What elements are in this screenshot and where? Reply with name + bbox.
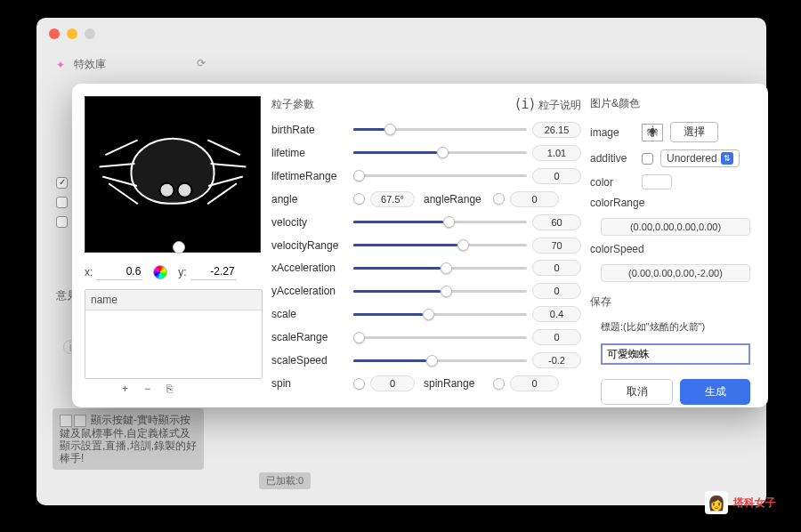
lifetimerange-value[interactable]: 0 [532,168,581,184]
checkbox-on[interactable] [56,177,68,189]
title-input[interactable] [601,343,750,365]
colorrange-value[interactable]: (0.00,0.00,0.00,0.00) [601,218,750,236]
lifetime-slider[interactable] [353,147,527,159]
velocityrange-value[interactable]: 70 [532,238,581,254]
copy-button[interactable]: ⎘ [166,383,173,395]
lifetimerange-slider[interactable] [353,170,527,182]
generate-button[interactable]: 生成 [680,379,750,405]
info-icon[interactable]: (i) [514,96,536,112]
title-hint: 標題:(比如"炫酷的火箭") [601,320,756,334]
scalerange-value[interactable]: 0 [532,329,581,345]
scale-slider[interactable] [353,308,527,320]
name-header: name [85,290,262,310]
scalespeed-slider[interactable] [353,354,527,367]
refresh-icon[interactable]: ⟳ [197,57,206,69]
spinrange-label: spinRange [424,377,488,390]
spin-value[interactable]: 0 [370,375,415,391]
chevron-updown-icon: ⇅ [721,152,733,165]
x-input[interactable] [96,263,142,280]
yaccel-slider[interactable] [353,285,527,297]
xaccel-slider[interactable] [353,262,527,274]
scalespeed-value[interactable]: -0.2 [532,352,581,368]
spider-sprite [131,138,215,205]
remove-button[interactable]: − [144,383,150,395]
right-column: 图片&颜色 image 🕷 選擇 additive Unordered⇅ col… [590,96,756,395]
preview-canvas[interactable] [85,96,261,253]
spin-label: spin [271,377,348,390]
anglerange-label: angleRange [424,193,488,206]
preview-slider[interactable] [85,238,260,254]
birthrate-value[interactable]: 26.15 [532,122,581,138]
wand-icon: ✦ [56,59,65,71]
angle-knob[interactable] [353,193,365,205]
lifetimerange-label: lifetimeRange [271,170,348,182]
colorspeed-label: colorSpeed [590,243,756,255]
params-column: 粒子參數 (i) 粒子说明 birthRate26.15 lifetime1.0… [271,96,581,395]
cancel-button[interactable]: 取消 [601,379,673,405]
xaccel-label: xAcceleration [271,262,348,274]
spin-knob[interactable] [353,378,365,390]
scalespeed-label: scaleSpeed [271,354,348,367]
ordering-select[interactable]: Unordered⇅ [660,149,740,167]
velocity-value[interactable]: 60 [532,214,581,230]
angle-label: angle [271,193,348,206]
lifetime-label: lifetime [271,147,348,159]
image-label: image [590,126,635,139]
minimize-button[interactable] [67,28,77,39]
name-list-body[interactable] [85,310,262,378]
velocityrange-label: velocityRange [271,239,348,252]
y-input[interactable] [190,263,237,280]
angle-value[interactable]: 67.5° [370,191,415,207]
maximize-button[interactable] [85,28,95,39]
lifetime-value[interactable]: 1.01 [532,145,581,161]
colorrange-label: colorRange [590,197,756,209]
save-title: 保存 [590,294,756,310]
anglerange-knob[interactable] [493,193,505,205]
image-swatch[interactable]: 🕷 [642,124,663,141]
birthrate-slider[interactable] [353,124,527,136]
loaded-count: 已加載:0 [259,472,311,489]
anglerange-value[interactable]: 0 [510,191,559,207]
spinrange-knob[interactable] [493,378,505,390]
checkbox[interactable] [56,216,68,228]
colorspeed-value[interactable]: (0.00,0.00,0.00,-2.00) [601,264,750,282]
x-label: x: [85,266,93,278]
close-button[interactable] [49,28,60,39]
checkbox[interactable] [56,197,68,208]
background-note: 顯示按鍵-實時顯示按鍵及鼠標事件,自定義樣式及顯示設置,直播,培訓,錄製的好棒手… [53,408,204,470]
color-swatch[interactable] [642,174,672,189]
color-label: color [590,176,635,189]
spinrange-value[interactable]: 0 [510,375,559,391]
name-list: name [85,289,263,379]
brand-avatar-icon: 👩 [705,491,728,514]
add-button[interactable]: + [122,383,128,395]
window-controls [49,28,95,39]
velocity-slider[interactable] [353,216,527,229]
yaccel-label: yAcceleration [271,285,348,297]
additive-label: additive [590,152,635,165]
image-color-title: 图片&颜色 [590,96,756,111]
params-title: 粒子參數 [271,97,314,112]
y-label: y: [178,266,186,278]
choose-image-button[interactable]: 選擇 [670,122,718,142]
particle-editor-modal: x: y: name + − ⎘ 粒子參數 (i) 粒子说明 birthRate… [72,84,768,407]
velocityrange-slider[interactable] [353,239,527,252]
scale-label: scale [271,308,348,320]
scalerange-slider[interactable] [353,331,527,343]
yaccel-value[interactable]: 0 [532,283,581,299]
left-column: x: y: name + − ⎘ [85,96,263,395]
scale-value[interactable]: 0.4 [532,306,581,322]
color-wheel-icon[interactable] [153,265,167,279]
brand-watermark: 👩 塔科女子 [705,491,776,514]
params-desc: 粒子说明 [538,99,581,111]
additive-checkbox[interactable] [642,153,653,165]
xaccel-value[interactable]: 0 [532,260,581,276]
sidebar-title: ✦ 特效庫 [56,57,106,72]
birthrate-label: birthRate [271,124,348,136]
velocity-label: velocity [271,216,348,229]
scalerange-label: scaleRange [271,331,348,343]
